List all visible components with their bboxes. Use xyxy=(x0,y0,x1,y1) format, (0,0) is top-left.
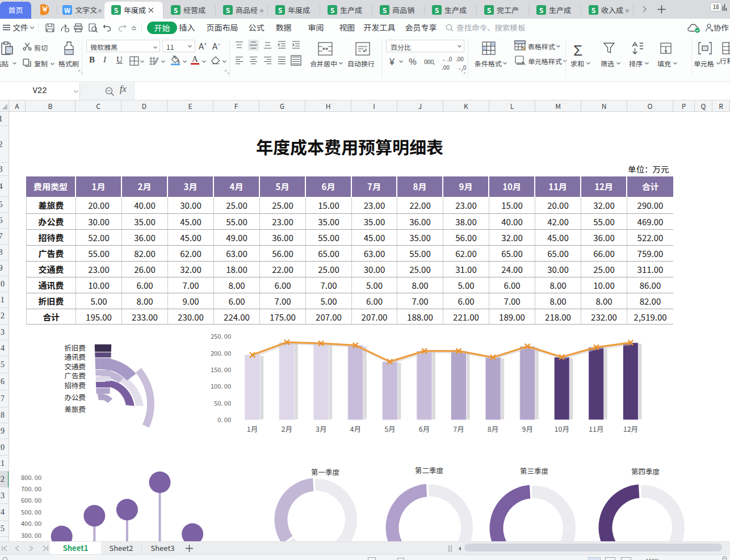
svg-text:400. 00: 400. 00 xyxy=(21,519,41,528)
svg-text:50. 00: 50. 00 xyxy=(214,398,231,407)
svg-text:9月: 9月 xyxy=(522,423,532,434)
svg-text:250. 00: 250. 00 xyxy=(211,332,231,340)
svg-text:700. 00: 700. 00 xyxy=(21,484,41,493)
svg-text:4月: 4月 xyxy=(350,423,361,434)
svg-text:6月: 6月 xyxy=(419,423,430,434)
svg-text:7月: 7月 xyxy=(453,423,464,434)
svg-text:11月: 11月 xyxy=(589,423,603,434)
svg-text:800. 00: 800. 00 xyxy=(21,473,41,482)
svg-text:12月: 12月 xyxy=(623,423,638,434)
svg-text:150. 00: 150. 00 xyxy=(211,365,231,374)
svg-text:100. 00: 100. 00 xyxy=(211,381,231,390)
svg-text:第四季度: 第四季度 xyxy=(631,466,660,477)
svg-text:2月: 2月 xyxy=(281,423,292,434)
svg-text:1月: 1月 xyxy=(247,423,258,434)
svg-text:3月: 3月 xyxy=(316,423,326,434)
svg-text:差旅费: 差旅费 xyxy=(64,403,86,414)
svg-text:第三季度: 第三季度 xyxy=(520,466,549,476)
svg-text:600. 00: 600. 00 xyxy=(21,495,41,504)
svg-text:办公费: 办公费 xyxy=(64,391,86,402)
svg-text:第一季度: 第一季度 xyxy=(311,466,340,477)
svg-text:500. 00: 500. 00 xyxy=(21,507,41,516)
svg-text:0. 00: 0. 00 xyxy=(217,415,231,424)
svg-text:5月: 5月 xyxy=(384,423,395,434)
svg-text:200. 00: 200. 00 xyxy=(211,348,231,357)
svg-text:300. 00: 300. 00 xyxy=(21,530,41,540)
svg-text:第二季度: 第二季度 xyxy=(415,466,444,475)
svg-text:8月: 8月 xyxy=(488,423,498,434)
svg-text:10月: 10月 xyxy=(555,423,569,434)
svg-text:招待费: 招待费 xyxy=(64,380,86,390)
